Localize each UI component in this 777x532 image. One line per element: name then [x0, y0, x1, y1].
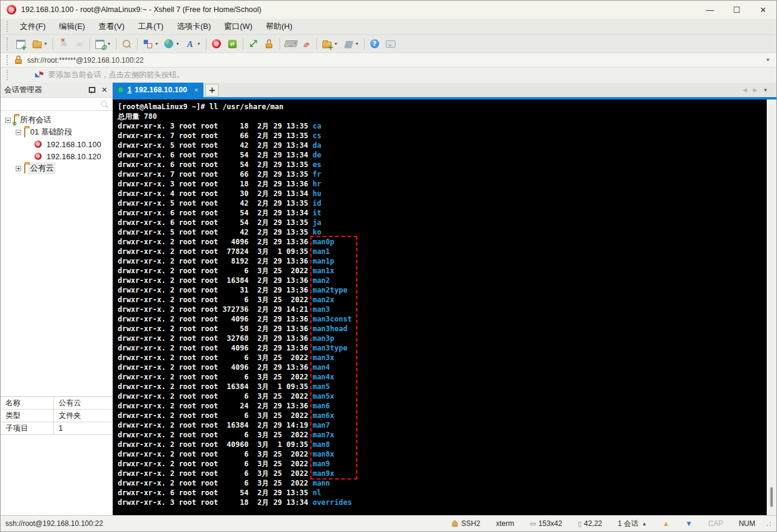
- highlight-pen-icon[interactable]: [299, 37, 313, 51]
- disconnect-icon[interactable]: [56, 37, 71, 51]
- connected-dot-icon: [118, 87, 123, 92]
- tree-item-所有会话[interactable]: −⚙所有会话: [1, 114, 112, 126]
- dropdown-arrow-icon[interactable]: ▼: [176, 42, 180, 46]
- directory-name: man3const: [313, 315, 352, 323]
- status-scroll-bottom[interactable]: ▼: [677, 519, 700, 528]
- status-label: SSH2: [461, 519, 480, 528]
- new-file-icon[interactable]: ▼: [320, 37, 340, 51]
- notice-bar: 要添加当前会话，点击左侧的箭头按钮。: [1, 68, 776, 83]
- tree-item-label: 公有云: [28, 162, 56, 174]
- session-properties-icon[interactable]: ▼: [93, 37, 113, 51]
- tree-item-01 基础阶段[interactable]: −01 基础阶段: [1, 126, 112, 138]
- scroll-bottom-icon[interactable]: ▼: [685, 519, 692, 528]
- directory-name: man5x: [313, 392, 334, 401]
- terminal-listing-line: drwxr-xr-x. 2 root root 6 3月 25 2022 man…: [118, 372, 767, 382]
- session-search-input[interactable]: [1, 98, 112, 111]
- xshell-icon[interactable]: [209, 37, 224, 51]
- toolbar-grip: [7, 37, 10, 49]
- menu-item[interactable]: 编辑(E): [53, 19, 92, 34]
- dropdown-arrow-icon[interactable]: ▼: [355, 42, 359, 46]
- toolbar-separator: [116, 38, 117, 50]
- lock-screen-icon[interactable]: [262, 37, 277, 51]
- minimize-button[interactable]: —: [697, 1, 723, 19]
- dropdown-arrow-icon[interactable]: ▼: [107, 42, 111, 46]
- help-icon[interactable]: [368, 37, 382, 51]
- open-folder-icon[interactable]: ▼: [30, 37, 50, 51]
- dropdown-arrow-icon[interactable]: ▼: [155, 42, 159, 46]
- encoding-globe-icon[interactable]: ▼: [162, 37, 182, 51]
- open-folder-icon: [31, 39, 42, 49]
- scroll-top-icon[interactable]: ▲: [662, 519, 670, 528]
- reconnect-icon[interactable]: [72, 37, 86, 51]
- status-num-lock: NUM: [731, 519, 763, 528]
- directory-name: man9x: [313, 469, 334, 478]
- toolbar-separator: [364, 38, 365, 50]
- pin-icon[interactable]: [87, 86, 95, 94]
- terminal-listing-line: drwxr-xr-x. 2 root root 6 3月 25 2022 man…: [118, 411, 767, 420]
- virtual-keyboard-icon[interactable]: [283, 37, 298, 51]
- menu-item[interactable]: 文件(F): [13, 19, 53, 34]
- dropdown-arrow-icon[interactable]: ▼: [197, 42, 201, 46]
- feedback-icon: [385, 39, 396, 49]
- menu-item[interactable]: 选项卡(B): [170, 19, 217, 34]
- directory-name: man7: [313, 421, 330, 429]
- dropdown-arrow-icon[interactable]: ▼: [334, 42, 338, 46]
- session-icon: @: [34, 141, 42, 148]
- tree-item-192.168.10.100[interactable]: @192.168.10.100: [1, 138, 112, 150]
- terminal-listing-line: drwxr-xr-x. 2 root root 16384 3月 1 09:35…: [118, 382, 767, 391]
- xftp-icon[interactable]: [225, 37, 240, 51]
- tree-expander-icon[interactable]: +: [16, 166, 21, 171]
- directory-name: man1p: [313, 257, 334, 265]
- font-icon[interactable]: ▼: [183, 37, 203, 51]
- session-properties-icon: [95, 39, 106, 49]
- tab-close-icon[interactable]: ×: [194, 86, 198, 93]
- address-dropdown-icon[interactable]: ▼: [766, 57, 776, 63]
- tab-list-dropdown-icon[interactable]: ▼: [763, 87, 768, 93]
- help-icon: [369, 39, 380, 49]
- directory-name: man3x: [313, 353, 334, 362]
- session-count-dropdown-icon[interactable]: ▲: [642, 521, 647, 527]
- new-tab-button[interactable]: +: [205, 84, 219, 97]
- panel-close-icon[interactable]: ✕: [100, 86, 109, 94]
- compose-layout-icon[interactable]: ▼: [141, 37, 161, 51]
- tab-scroll-left-icon[interactable]: ◀: [743, 87, 747, 93]
- tab-session[interactable]: 1 192.168.10.100 ×: [113, 83, 203, 97]
- feedback-icon[interactable]: [383, 37, 398, 51]
- cursor-position-icon: ▯: [578, 520, 581, 528]
- status-scroll-top[interactable]: ▲: [654, 519, 677, 528]
- find-icon[interactable]: [120, 37, 134, 51]
- menu-item[interactable]: 工具(T): [131, 19, 170, 34]
- address-bar[interactable]: ssh://root:******@192.168.10.100:22 ▼: [1, 52, 776, 68]
- address-value[interactable]: ssh://root:******@192.168.10.100:22: [27, 56, 766, 65]
- status-session-count[interactable]: 1 会话▲: [610, 519, 654, 529]
- tree-item-公有云[interactable]: +公有云: [1, 162, 112, 174]
- directory-name: man8x: [313, 450, 334, 458]
- menu-item[interactable]: 查看(V): [92, 19, 131, 34]
- scrollbar-thumb[interactable]: [770, 487, 773, 507]
- fullscreen-icon[interactable]: [246, 37, 261, 51]
- new-session-icon[interactable]: [14, 37, 28, 51]
- close-button[interactable]: ✕: [750, 1, 776, 19]
- disconnect-icon: [58, 39, 69, 49]
- menu-item[interactable]: 窗口(W): [217, 19, 259, 34]
- properties-panel: 名称公有云类型文件夹子项目1: [1, 396, 112, 515]
- tile-layout-icon[interactable]: ▼: [341, 37, 361, 51]
- screen-size-icon: ▭: [529, 520, 536, 528]
- menu-item[interactable]: 帮助(H): [259, 19, 299, 34]
- status-label: NUM: [739, 519, 755, 528]
- tree-expander-icon[interactable]: −: [16, 130, 21, 135]
- resize-grip[interactable]: [766, 521, 772, 527]
- toolbar-separator: [206, 38, 206, 50]
- directory-name: cs: [313, 131, 321, 140]
- tree-expander-icon[interactable]: −: [5, 118, 11, 123]
- directory-name: id: [313, 199, 321, 207]
- terminal-prompt-line: [root@AlmaLinux9 ~]# ll /usr/share/man: [118, 102, 767, 112]
- terminal-scrollbar[interactable]: [767, 100, 776, 515]
- dropdown-arrow-icon[interactable]: ▼: [43, 42, 48, 46]
- terminal-listing-line: drwxr-xr-x. 2 root root 6 3月 25 2022 man…: [118, 469, 767, 478]
- terminal[interactable]: [root@AlmaLinux9 ~]# ll /usr/share/man总用…: [113, 100, 767, 515]
- tree-item-192.168.10.120[interactable]: @192.168.10.120: [1, 150, 112, 162]
- maximize-button[interactable]: ☐: [723, 1, 750, 19]
- tab-scroll-right-icon[interactable]: ▶: [753, 87, 757, 93]
- directory-name: es: [313, 160, 321, 169]
